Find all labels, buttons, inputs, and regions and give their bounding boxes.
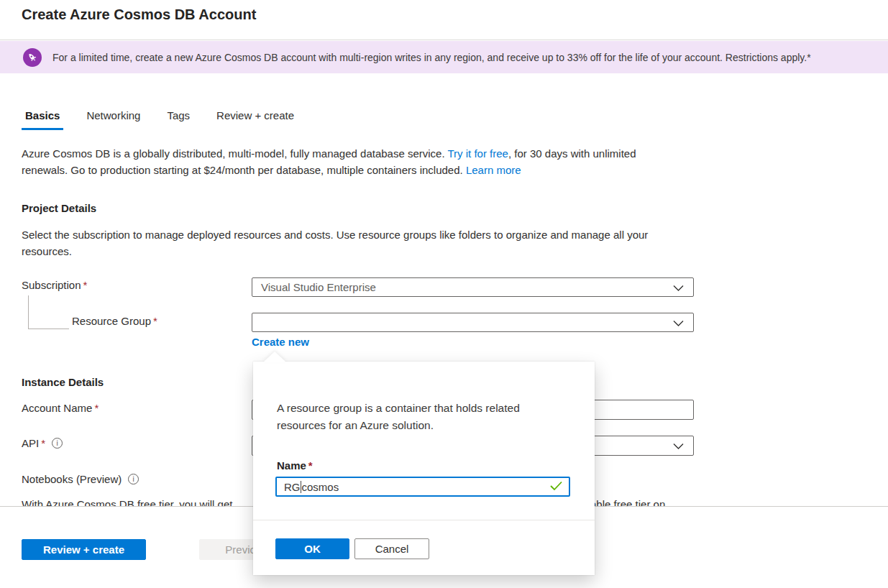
required-marker: * — [83, 279, 88, 291]
ok-button[interactable]: OK — [275, 538, 349, 559]
account-name-label: Account Name* — [22, 402, 99, 414]
tab-tags[interactable]: Tags — [163, 108, 193, 130]
valid-check-icon — [550, 481, 562, 493]
review-create-button[interactable]: Review + create — [22, 539, 146, 560]
tab-review-create[interactable]: Review + create — [213, 108, 298, 130]
promo-banner: For a limited time, create a new Azure C… — [0, 41, 888, 73]
input-text-before-cursor: RG — [284, 481, 301, 493]
chevron-down-icon — [673, 281, 684, 293]
header-divider — [0, 40, 888, 40]
resource-group-name-input[interactable]: RGcosmos — [275, 477, 570, 497]
dialog-callout-arrow — [263, 352, 286, 362]
instance-details-heading: Instance Details — [22, 376, 104, 388]
subscription-select[interactable]: Visual Studio Enterprise — [252, 277, 694, 297]
create-cosmos-db-page: Create Azure Cosmos DB Account For a lim… — [0, 0, 888, 588]
required-marker: * — [308, 459, 313, 472]
subscription-value: Visual Studio Enterprise — [261, 281, 376, 293]
rocket-icon — [23, 48, 42, 67]
required-marker: * — [153, 315, 157, 327]
subscription-group-connector-horizontal — [28, 329, 69, 329]
project-details-heading: Project Details — [22, 202, 96, 214]
chevron-down-icon — [673, 440, 684, 452]
service-intro-text: Azure Cosmos DB is a globally distribute… — [22, 145, 662, 178]
free-tier-text-right: able free tier on — [590, 498, 691, 506]
page-title: Create Azure Cosmos DB Account — [22, 6, 256, 23]
info-icon[interactable]: i — [52, 438, 63, 449]
subscription-label: Subscription* — [22, 279, 87, 291]
required-marker: * — [41, 437, 45, 449]
promo-banner-text: For a limited time, create a new Azure C… — [52, 52, 811, 63]
wizard-tabs: Basics Networking Tags Review + create — [22, 108, 298, 130]
api-label: API* i — [22, 437, 63, 449]
intro-text-1: Azure Cosmos DB is a globally distribute… — [22, 147, 448, 160]
tab-networking[interactable]: Networking — [83, 108, 144, 130]
dialog-description: A resource group is a container that hol… — [277, 400, 567, 434]
info-icon[interactable]: i — [128, 474, 139, 484]
chevron-down-icon — [673, 316, 684, 329]
input-text-after-cursor: cosmos — [302, 481, 339, 493]
create-new-link[interactable]: Create new — [252, 336, 309, 348]
resource-group-select[interactable] — [252, 313, 694, 332]
tab-basics[interactable]: Basics — [22, 108, 63, 130]
dialog-name-label: Name* — [277, 459, 313, 472]
dialog-footer-divider — [253, 520, 595, 520]
create-resource-group-dialog: A resource group is a container that hol… — [253, 362, 595, 575]
subscription-group-connector-vertical — [28, 295, 29, 329]
notebooks-label: Notebooks (Preview) i — [22, 473, 139, 485]
resource-group-label: Resource Group* — [72, 315, 157, 327]
learn-more-link[interactable]: Learn more — [466, 164, 521, 176]
cancel-button[interactable]: Cancel — [354, 538, 429, 559]
try-it-for-free-link[interactable]: Try it for free — [448, 147, 508, 160]
required-marker: * — [94, 402, 99, 414]
project-details-description: Select the subscription to manage deploy… — [22, 226, 692, 259]
free-tier-text-left: With Azure Cosmos DB free tier, you will… — [22, 498, 259, 506]
